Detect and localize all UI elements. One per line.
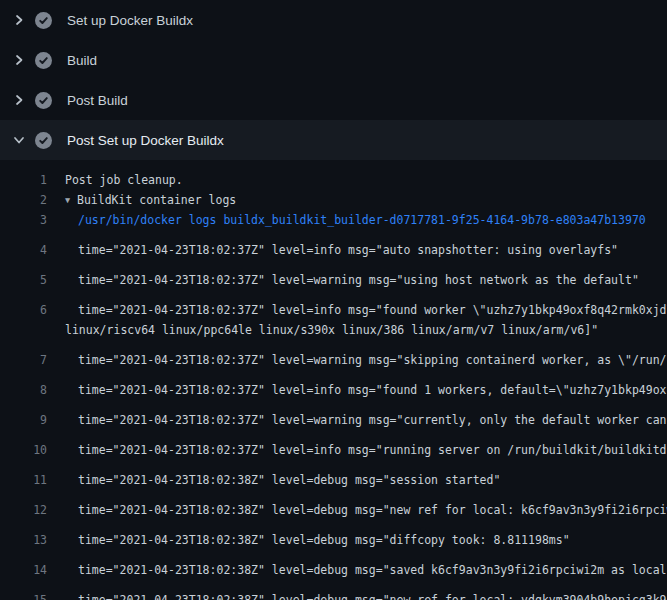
log-line: 8 time="2021-04-23T18:02:37Z" level=info… (0, 370, 667, 400)
chevron-right-icon (12, 13, 26, 27)
log-line: 7 time="2021-04-23T18:02:37Z" level=warn… (0, 340, 667, 370)
log-line-text: time="2021-04-23T18:02:37Z" level=warnin… (78, 270, 639, 290)
check-circle-icon (35, 12, 52, 29)
log-line-number[interactable]: 9 (0, 410, 47, 430)
log-line-text: time="2021-04-23T18:02:37Z" level=info m… (78, 240, 618, 260)
log-line-number[interactable]: 14 (0, 560, 47, 580)
log-line-text: time="2021-04-23T18:02:38Z" level=debug … (78, 500, 667, 520)
log-line: 12 time="2021-04-23T18:02:38Z" level=deb… (0, 490, 667, 520)
log-line: 3 /usr/bin/docker logs buildx_buildkit_b… (0, 210, 667, 230)
log-line-text: time="2021-04-23T18:02:38Z" level=debug … (78, 470, 500, 490)
log-line-number[interactable]: 7 (0, 350, 47, 370)
log-line: 6 time="2021-04-23T18:02:37Z" level=info… (0, 290, 667, 320)
steps-list: Set up Docker Buildx Build Post Build (0, 0, 667, 160)
step-label: Set up Docker Buildx (67, 13, 193, 28)
log-line-number[interactable]: 10 (0, 440, 47, 460)
disclosure-triangle-icon[interactable]: ▼ (65, 190, 77, 210)
check-circle-icon (35, 132, 52, 149)
workflow-log-panel: Set up Docker Buildx Build Post Build (0, 0, 667, 600)
chevron-right-icon (12, 93, 26, 107)
log-line-text: time="2021-04-23T18:02:38Z" level=debug … (78, 530, 570, 550)
log-line-number[interactable]: 4 (0, 240, 47, 260)
log-line-text: linux/riscv64 linux/ppc64le linux/s390x … (65, 320, 598, 340)
log-line: 2 ▼ BuildKit container logs (0, 190, 667, 210)
log-line: linux/riscv64 linux/ppc64le linux/s390x … (0, 320, 667, 340)
log-line-number[interactable] (0, 320, 47, 340)
log-line: 4 time="2021-04-23T18:02:37Z" level=info… (0, 230, 667, 260)
log-line: 1 Post job cleanup. (0, 170, 667, 190)
chevron-right-icon (12, 53, 26, 67)
chevron-down-icon (12, 133, 26, 147)
log-line-text: time="2021-04-23T18:02:37Z" level=warnin… (78, 350, 667, 370)
step-header-set-up-docker-buildx[interactable]: Set up Docker Buildx (0, 0, 667, 40)
check-circle-icon (35, 52, 52, 69)
log-line: 11 time="2021-04-23T18:02:38Z" level=deb… (0, 460, 667, 490)
log-line-number[interactable]: 3 (0, 210, 47, 230)
log-line-number[interactable]: 5 (0, 270, 47, 290)
step-header-post-set-up-docker-buildx[interactable]: Post Set up Docker Buildx (0, 120, 667, 160)
log-line-number[interactable]: 2 (0, 190, 47, 210)
log-line-number[interactable]: 11 (0, 470, 47, 490)
log-line-text: time="2021-04-23T18:02:37Z" level=info m… (78, 300, 667, 320)
log-line: 5 time="2021-04-23T18:02:37Z" level=warn… (0, 260, 667, 290)
log-line-text: Post job cleanup. (65, 170, 183, 190)
step-label: Post Set up Docker Buildx (67, 133, 224, 148)
log-line-number[interactable]: 8 (0, 380, 47, 400)
step-header-post-build[interactable]: Post Build (0, 80, 667, 120)
log-line-text: time="2021-04-23T18:02:38Z" level=debug … (78, 560, 667, 580)
log-line: 15 time="2021-04-23T18:02:38Z" level=deb… (0, 580, 667, 600)
log-line: 14 time="2021-04-23T18:02:38Z" level=deb… (0, 550, 667, 580)
log-line-text: time="2021-04-23T18:02:38Z" level=debug … (78, 590, 667, 600)
log-line: 9 time="2021-04-23T18:02:37Z" level=warn… (0, 400, 667, 430)
log-line: 13 time="2021-04-23T18:02:38Z" level=deb… (0, 520, 667, 550)
log-line-text: time="2021-04-23T18:02:37Z" level=warnin… (78, 410, 667, 430)
log-viewer[interactable]: 1 Post job cleanup. 2 ▼ BuildKit contain… (0, 160, 667, 600)
log-line-number[interactable]: 13 (0, 530, 47, 550)
log-line-text: time="2021-04-23T18:02:37Z" level=info m… (78, 380, 667, 400)
log-line-text: /usr/bin/docker logs buildx_buildkit_bui… (78, 210, 646, 230)
step-label: Build (67, 53, 97, 68)
log-line-number[interactable]: 12 (0, 500, 47, 520)
log-line-number[interactable]: 6 (0, 300, 47, 320)
step-header-build[interactable]: Build (0, 40, 667, 80)
log-line-number[interactable]: 1 (0, 170, 47, 190)
log-line-text: BuildKit container logs (77, 190, 236, 210)
log-line-number[interactable]: 15 (0, 590, 47, 600)
log-line-text: time="2021-04-23T18:02:37Z" level=info m… (78, 440, 667, 460)
step-label: Post Build (67, 93, 128, 108)
check-circle-icon (35, 92, 52, 109)
log-line: 10 time="2021-04-23T18:02:37Z" level=inf… (0, 430, 667, 460)
